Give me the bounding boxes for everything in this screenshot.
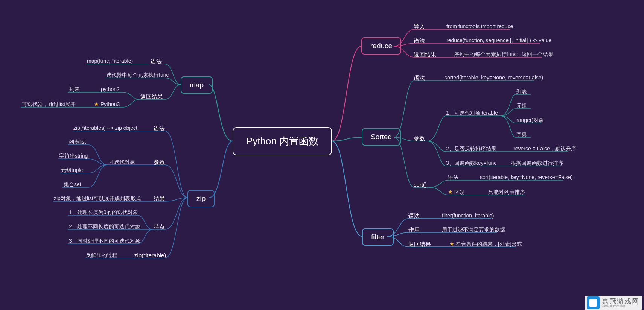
branch-reduce[interactable]: reduce xyxy=(361,37,401,55)
sorted-p1a[interactable]: 列表 xyxy=(516,88,527,95)
reduce-import-value[interactable]: from functools import reduce xyxy=(446,23,513,29)
sorted-p1[interactable]: 1、可迭代对象iterable xyxy=(446,110,498,117)
map-return-label[interactable]: 返回结果 xyxy=(140,93,163,100)
center-node[interactable]: Python 内置函数 xyxy=(233,127,332,155)
sorted-p2[interactable]: 2、是否反转排序结果 xyxy=(446,146,496,152)
zip-unzip-label[interactable]: zip(*iterable) xyxy=(134,252,166,258)
branch-sorted[interactable]: Sorted xyxy=(362,128,401,146)
zip-feat-label[interactable]: 特点 xyxy=(154,223,165,231)
zip-unzip-value[interactable]: 反解压的过程 xyxy=(86,252,117,259)
zip-syntax-label[interactable]: 语法 xyxy=(154,125,165,132)
zip-p4[interactable]: 集合set xyxy=(64,181,81,188)
filter-use-label[interactable]: 作用 xyxy=(408,226,420,234)
branch-filter[interactable]: filter xyxy=(362,228,394,246)
star-icon: ★ xyxy=(448,189,453,195)
reduce-return-value[interactable]: 序列中的每个元素执行func，返回一个结果 xyxy=(454,51,553,58)
sorted-diff-value[interactable]: 只能对列表排序 xyxy=(488,189,525,196)
map-exec[interactable]: 迭代器中每个元素执行func xyxy=(106,72,169,79)
sorted-syntax-label[interactable]: 语法 xyxy=(414,74,425,82)
sorted-sort-label[interactable]: sort() xyxy=(414,181,427,188)
zip-p1[interactable]: 列表list xyxy=(69,139,86,146)
zip-feat2[interactable]: 2、处理不同长度的可迭代对象 xyxy=(69,223,140,230)
filter-return-value[interactable]: ★符合条件的结果，[列表]形式 xyxy=(449,241,522,248)
watermark: 嘉冠游戏网 www.03mm.net xyxy=(585,296,642,310)
branch-zip[interactable]: zip xyxy=(187,190,215,207)
sorted-syntax-value[interactable]: sorted(iterable, key=None, reverse=False… xyxy=(445,74,543,81)
sorted-diff-label[interactable]: ★区别 xyxy=(448,189,465,196)
zip-p3[interactable]: 元组tuple xyxy=(61,167,83,174)
zip-param-label[interactable]: 参数 xyxy=(154,159,165,166)
star-icon: ★ xyxy=(94,101,99,107)
zip-feat1[interactable]: 1、处理长度为0的的迭代对象 xyxy=(69,209,138,216)
reduce-syntax-label[interactable]: 语法 xyxy=(414,37,425,44)
filter-return-label[interactable]: 返回结果 xyxy=(408,241,431,248)
watermark-main: 嘉冠游戏网 xyxy=(602,298,639,305)
reduce-return-label[interactable]: 返回结果 xyxy=(414,51,436,58)
sorted-p1d[interactable]: 字典 xyxy=(516,131,527,138)
watermark-icon xyxy=(587,296,600,309)
filter-syntax-value[interactable]: filter(function, iterable) xyxy=(442,213,494,219)
map-py3-val[interactable]: 可迭代器，通过list展开 xyxy=(22,101,76,108)
reduce-syntax-value[interactable]: reduce(function, sequence [, initial] ) … xyxy=(446,37,551,43)
map-py2-val[interactable]: 列表 xyxy=(69,86,80,93)
sorted-param-label[interactable]: 参数 xyxy=(414,135,425,142)
zip-syntax-value[interactable]: zip(*iterables) --> zip object xyxy=(73,125,137,131)
map-syntax-label[interactable]: 语法 xyxy=(151,58,162,65)
zip-result-value[interactable]: zip对象，通过list可以展开成列表形式 xyxy=(54,195,141,202)
zip-feat3[interactable]: 3、同时处理不同的可迭代对象 xyxy=(69,238,140,245)
sorted-p1c[interactable]: range()对象 xyxy=(516,117,544,124)
sorted-p3[interactable]: 3、回调函数key=func xyxy=(446,160,496,167)
map-syntax-value[interactable]: map(func, *iterable) xyxy=(87,58,133,64)
sorted-p1b[interactable]: 元组 xyxy=(516,103,527,109)
map-py2[interactable]: python2 xyxy=(101,86,120,92)
branch-map[interactable]: map xyxy=(181,76,213,94)
mindmap-canvas: Python 内置函数 map zip reduce Sorted filter… xyxy=(0,0,644,310)
star-icon: ★ xyxy=(449,241,454,247)
sorted-p3v[interactable]: 根据回调函数进行排序 xyxy=(511,160,563,167)
reduce-import-label[interactable]: 导入 xyxy=(414,23,425,30)
zip-param-value[interactable]: 可迭代对象 xyxy=(109,159,135,166)
zip-result-label[interactable]: 结果 xyxy=(154,195,165,202)
map-py3[interactable]: ★Python3 xyxy=(94,101,120,107)
filter-syntax-label[interactable]: 语法 xyxy=(408,213,420,220)
sorted-p2v[interactable]: reverse = False，默认升序 xyxy=(513,146,576,152)
zip-p2[interactable]: 字符串string xyxy=(59,153,88,160)
watermark-sub: www.03mm.net xyxy=(602,305,639,308)
sorted-sort-syntax-label[interactable]: 语法 xyxy=(448,174,458,181)
filter-use-value[interactable]: 用于过滤不满足要求的数据 xyxy=(442,226,505,233)
sorted-sort-syntax-value[interactable]: sort(iterable, key=None, reverse=False) xyxy=(480,174,573,180)
